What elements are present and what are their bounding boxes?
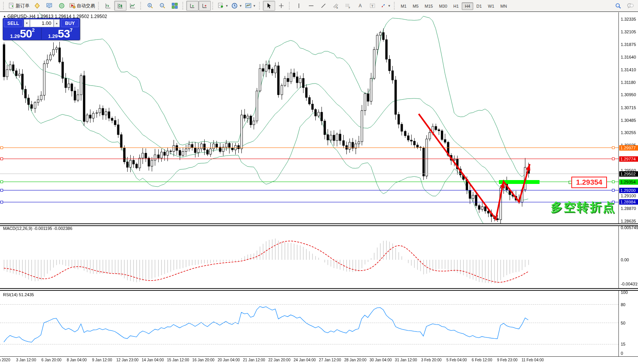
search-button[interactable] [612,1,624,11]
cursor-button[interactable] [263,1,275,11]
svg-text:F: F [349,7,350,9]
time-axis-label: 9 Jan 12:00 [92,358,112,362]
fibonacci-icon: F [345,3,351,9]
price-axis-tick: 1.31640 [621,55,636,59]
drawn-horizontal-line[interactable] [0,190,618,190]
volume-decrease-button[interactable]: ▼ [24,19,30,27]
buy-button[interactable]: BUY [61,19,79,27]
text-tool-button[interactable]: A [354,1,366,11]
buy-price-main: 53 [58,28,70,39]
drawn-horizontal-line[interactable] [0,148,618,148]
price-callout-box[interactable]: 1.29354 [571,177,607,188]
price-axis-label: 1.29977 [619,145,638,151]
price-axis-label: 1.29774 [619,156,638,162]
vertical-line-icon [296,3,302,9]
line-handle[interactable] [0,180,3,183]
drawn-horizontal-line[interactable] [0,159,618,159]
line-handle[interactable] [0,157,3,160]
bar-chart-button[interactable] [102,1,114,11]
vertical-line-tool-button[interactable] [293,1,305,11]
line-handle[interactable] [612,146,615,149]
drawn-horizontal-line[interactable] [0,202,618,202]
svg-text:A: A [359,3,362,8]
profiles-button[interactable]: ▼ [230,1,244,11]
chat-button[interactable] [624,1,636,11]
timeframe-d1-button[interactable]: D1 [473,2,485,10]
time-axis-label: 28 Jan 20:00 [344,358,366,362]
time-axis-label: 20 Jan 04:00 [218,358,240,362]
candlestick-chart-canvas[interactable] [0,12,638,364]
volume-increase-button[interactable]: ▲ [54,19,60,27]
turning-point-label[interactable]: 多空转折点 [551,199,616,215]
collapse-panel-icon[interactable]: ▲ [3,15,6,18]
volume-input[interactable]: 1.00 [30,19,54,27]
timeframe-m5-button[interactable]: M5 [410,2,422,10]
price-axis-tick: 1.32105 [621,30,636,34]
line-handle[interactable] [612,180,615,183]
timeframe-m1-button[interactable]: M1 [398,2,410,10]
macd-axis-tick: -0.004319 [621,282,638,286]
chevron-down-icon: ▼ [225,4,228,8]
buy-price-prefix: 1.29 [48,34,58,39]
toolbar-grip [3,2,5,10]
market-watch-button[interactable] [43,1,56,11]
timeframe-m30-button[interactable]: M30 [436,2,450,10]
line-handle[interactable] [612,157,615,160]
toolbar-grip [140,2,143,10]
templates-button[interactable]: ▼ [244,1,257,11]
sell-button[interactable]: SELL [4,19,23,27]
timeframe-w1-button[interactable]: W1 [485,2,497,10]
time-axis-label: 9 Feb 23:00 [497,358,517,362]
price-axis-tick: 1.31410 [621,67,636,72]
line-chart-button[interactable] [126,1,139,11]
toolbar-grip [98,2,100,10]
time-axis-label: 2 Jan 2020 [0,358,10,362]
navigator-icon [34,3,40,9]
zoom-out-icon [159,3,166,9]
new-order-button[interactable]: 新订单 [7,1,31,11]
new-order-label: 新订单 [16,3,30,9]
timeframe-h4-button[interactable]: H4 [462,2,473,10]
arrows-tool-button[interactable]: ▼ [379,1,392,11]
svg-text:T: T [371,4,374,8]
text-label-tool-button[interactable]: T [366,1,379,11]
chart-shift-button[interactable] [186,1,198,11]
rsi-level-line-50 [0,323,618,323]
support-zone-rectangle[interactable] [499,180,540,184]
zoom-out-button[interactable] [156,1,169,11]
time-axis-label: 15 Jan 12:00 [167,358,189,362]
new-chart-button[interactable]: ▼ [216,1,230,11]
data-window-button[interactable] [56,1,68,11]
line-chart-icon [130,3,136,9]
auto-trading-button[interactable]: 自动交易 [68,1,97,11]
line-handle[interactable] [0,146,3,149]
panel-separator[interactable] [0,288,638,291]
time-axis-label: 6 Feb 12:00 [472,358,492,362]
line-handle[interactable] [612,189,615,192]
timeframe-h1-button[interactable]: H1 [450,2,462,10]
profiles-icon [231,3,238,9]
sell-price[interactable]: 1.29502 [4,28,41,39]
channel-tool-button[interactable]: E [330,1,342,11]
line-handle[interactable] [0,201,3,203]
tile-windows-button[interactable] [169,1,181,11]
panel-separator[interactable] [0,223,638,226]
new-chart-icon [218,3,224,9]
buy-price[interactable]: 1.29537 [42,28,79,39]
time-axis-label: 3 Jan 12:00 [16,358,36,362]
time-axis-label: 27 Jan 12:00 [319,358,341,362]
timeframe-mn-button[interactable]: MN [497,2,510,10]
crosshair-button[interactable] [275,1,287,11]
timeframe-m15-button[interactable]: M15 [422,2,436,10]
navigator-button[interactable] [31,1,43,11]
line-handle[interactable] [0,189,3,192]
auto-scroll-button[interactable] [198,1,211,11]
zoom-in-button[interactable] [144,1,156,11]
fibonacci-tool-button[interactable]: F [342,1,354,11]
price-axis-label: 1.28984 [619,199,638,205]
horizontal-line-tool-button[interactable] [305,1,317,11]
price-axis-label: 1.29354 [619,179,638,185]
time-axis-label: 22 Jan 20:00 [268,358,290,362]
candlestick-chart-button[interactable] [114,1,126,11]
trendline-tool-button[interactable] [317,1,330,11]
